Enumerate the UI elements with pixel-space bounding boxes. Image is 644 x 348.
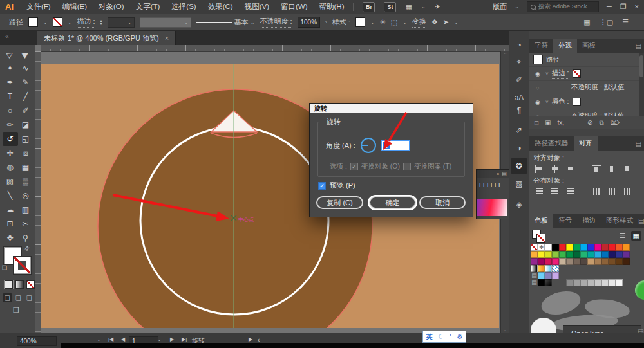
align-vertical-top-icon[interactable]	[592, 165, 601, 173]
menu-item-8[interactable]: 帮助(H)	[319, 2, 345, 12]
fill-color-swatch[interactable]	[28, 17, 38, 27]
angle-input[interactable]: 0 °	[381, 140, 410, 151]
control-menu-icon[interactable]: ☰	[622, 18, 629, 26]
tab-swatches-0[interactable]: 色板	[529, 214, 553, 228]
expand-panel-icon[interactable]: »	[497, 171, 499, 177]
graph-tool[interactable]: ▥	[18, 203, 33, 217]
distribute-vertical-bottom-icon[interactable]	[565, 187, 575, 196]
swatch-color[interactable]	[594, 258, 601, 265]
ime-toolbar[interactable]: 英 ☾ ’ ⚙	[422, 331, 466, 343]
curvature-tool[interactable]: ✎	[18, 75, 33, 89]
swatch-color[interactable]	[609, 251, 616, 258]
chevron-down-icon[interactable]: ˅	[545, 99, 549, 105]
ime-punctuation-icon[interactable]: ’	[450, 333, 451, 340]
gradient-button[interactable]	[15, 280, 24, 289]
arrange-documents-icon[interactable]: ▦	[405, 3, 412, 11]
panel-menu-icon[interactable]: ▤	[636, 39, 644, 53]
swap-fill-stroke-icon[interactable]: ⇄	[23, 244, 31, 252]
ellipse-tool[interactable]: ○	[3, 104, 18, 118]
gradient-tool[interactable]: ▒	[18, 174, 33, 188]
collapse-tools-icon[interactable]: «	[5, 33, 9, 40]
swatch-color[interactable]	[566, 244, 573, 251]
restore-button[interactable]: ❐	[620, 3, 627, 11]
stroke-color-swatch[interactable]	[53, 17, 62, 27]
swatch-color[interactable]	[552, 258, 559, 265]
tab-appearance-2[interactable]: 画板	[577, 39, 601, 53]
bridge-button[interactable]: Br	[363, 2, 375, 12]
swatch-color[interactable]	[594, 244, 601, 251]
tab-swatches-2[interactable]: 描边	[577, 214, 601, 228]
swatch-color[interactable]	[609, 258, 616, 265]
swatch-color[interactable]	[531, 251, 538, 258]
stroke-weight-link[interactable]: 描边 :	[77, 17, 95, 28]
duplicate-item-icon[interactable]: ⧉	[599, 119, 603, 127]
new-stroke-icon[interactable]: □	[535, 119, 538, 126]
tab-appearance-1[interactable]: 外观	[553, 39, 577, 53]
swatch-color[interactable]	[538, 258, 545, 265]
swatch-folder-icon[interactable]: ▤	[531, 272, 538, 279]
fill-white-swatch[interactable]	[573, 98, 581, 106]
angle-dial-icon[interactable]	[361, 138, 376, 153]
scale-tool[interactable]: ◱	[18, 132, 33, 146]
chevron-right-icon[interactable]: ›	[325, 19, 327, 25]
chevron-down-icon[interactable]: ⌄	[370, 19, 375, 25]
dialog-title[interactable]: 旋转	[310, 104, 473, 113]
chevron-down-icon[interactable]: ⌄	[68, 19, 72, 25]
swatch-color[interactable]	[594, 251, 601, 258]
tab-swatches-3[interactable]: 图形样式	[601, 214, 638, 228]
chevron-down-icon[interactable]: ⌄	[43, 19, 48, 25]
style-swatch[interactable]	[355, 17, 365, 27]
visibility-eye-icon[interactable]: ◉	[533, 99, 542, 105]
zoom-level-select[interactable]: 400%	[17, 336, 57, 346]
hex-value[interactable]: FFFFFF	[477, 178, 509, 188]
shape-builder-tool[interactable]: ◍	[3, 160, 18, 174]
tab-appearance-0[interactable]: 字符	[529, 39, 553, 53]
variable-width-select[interactable]: ⌄	[140, 17, 191, 28]
swatch-color[interactable]	[566, 258, 573, 265]
swatch-pattern[interactable]	[552, 265, 559, 272]
brush-definition-select[interactable]: 基本 ⌄	[196, 17, 255, 27]
align-horizontal-center-icon[interactable]	[550, 165, 560, 173]
color-button[interactable]	[5, 280, 13, 289]
image-trace-panel-icon[interactable]: ⌖	[511, 54, 527, 69]
lasso-tool[interactable]: ∿	[18, 61, 33, 75]
swatch-none[interactable]	[531, 244, 538, 251]
brushes-panel-icon[interactable]: ✐	[511, 72, 527, 87]
none-button[interactable]	[26, 280, 35, 289]
select-similar-icon[interactable]: ⬚	[391, 18, 397, 26]
screen-mode-icon[interactable]: ❐	[13, 306, 19, 315]
preview-checkbox[interactable]: ✓	[318, 182, 326, 190]
stroke-weight-stepper[interactable]: ▴▾	[100, 19, 102, 26]
isolate-pointer-icon[interactable]: ➤	[443, 18, 449, 26]
swatch-color[interactable]	[573, 258, 580, 265]
swatch-color[interactable]	[545, 272, 552, 279]
visibility-eye-icon[interactable]: ○	[533, 85, 542, 91]
ime-settings-icon[interactable]: ⚙	[457, 333, 463, 340]
tab-swatches-1[interactable]: 符号	[553, 214, 577, 228]
swatch-color[interactable]	[552, 272, 559, 279]
paintbrush-tool[interactable]: ✐	[18, 104, 33, 118]
swatch-color[interactable]	[580, 251, 587, 258]
eyedropper-tool[interactable]: ╲	[3, 188, 18, 203]
swatch-color[interactable]	[538, 251, 545, 258]
export-panel-icon[interactable]: ⇗	[511, 122, 527, 138]
stock-button[interactable]: St	[384, 2, 396, 12]
color-panel-collapsed[interactable]: » ▤ FFFFFF	[476, 169, 509, 219]
slice-tool[interactable]: ✂	[18, 217, 33, 231]
swatch-color[interactable]	[601, 251, 609, 258]
document-setup-icon[interactable]: ✳	[380, 18, 386, 26]
swatch-color[interactable]	[580, 258, 587, 265]
swatch-color[interactable]	[587, 258, 594, 265]
hand-tool[interactable]: ✥	[3, 231, 18, 245]
stroke-none-swatch[interactable]	[573, 69, 581, 78]
swatch-gradient[interactable]	[538, 265, 545, 272]
swatch-color[interactable]	[587, 244, 594, 251]
swatch-color[interactable]	[545, 244, 552, 251]
align-horizontal-right-icon[interactable]	[565, 165, 575, 173]
transform-pattern-checkbox[interactable]	[403, 163, 411, 170]
swatch-color[interactable]	[609, 279, 616, 286]
opacity-link[interactable]: 不透明度 : 默认值	[571, 83, 624, 93]
artboard-tool[interactable]: ⊡	[3, 217, 18, 231]
panel-scrollbar[interactable]	[639, 53, 644, 124]
swatch-color[interactable]	[573, 279, 580, 286]
